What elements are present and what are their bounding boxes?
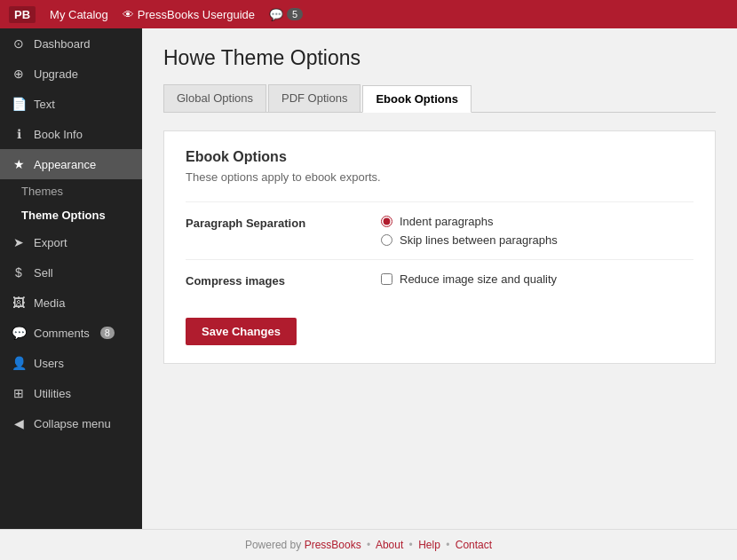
radio-indent-label: Indent paragraphs [400,215,494,228]
userguide-link[interactable]: 👁 PressBooks Userguide [123,8,255,21]
pressbooks-link[interactable]: PressBooks [305,539,361,551]
sidebar-item-appearance[interactable]: ★ Appearance [0,149,142,179]
comments-count-badge: 8 [100,327,115,339]
text-icon: 📄 [11,97,27,111]
collapse-icon: ◀ [11,416,27,430]
section-title: Ebook Options [186,149,693,165]
sidebar-item-export[interactable]: ➤ Export [0,227,142,257]
compress-images-row: Compress images Reduce image size and qu… [186,259,693,300]
radio-skip-label: Skip lines between paragraphs [400,233,558,247]
eye-icon: 👁 [123,8,134,21]
sidebar-item-sell[interactable]: $ Sell [0,257,142,288]
comments-badge: 5 [287,8,303,20]
footer-sep-3: • [446,539,449,551]
sidebar-item-users[interactable]: 👤 Users [0,348,142,378]
about-link[interactable]: About [376,539,403,551]
comments-icon: 💬 [11,326,27,340]
sidebar-item-text[interactable]: 📄 Text [0,89,142,119]
appearance-icon: ★ [11,157,27,171]
sidebar-item-collapse[interactable]: ◀ Collapse menu [0,408,142,438]
sidebar-item-media[interactable]: 🖼 Media [0,288,142,318]
contact-link[interactable]: Contact [456,539,492,551]
sidebar-sub-theme-options[interactable]: Theme Options [0,203,142,227]
users-icon: 👤 [11,356,27,370]
sidebar: ⊙ Dashboard ⊕ Upgrade 📄 Text ℹ Book Info… [0,28,142,529]
comments-link[interactable]: 💬 5 [269,8,303,21]
main-content: Howe Theme Options Global Options PDF Op… [142,28,737,529]
my-catalog-link[interactable]: My Catalog [50,8,108,21]
compress-images-checkbox-text: Reduce image size and quality [400,272,557,286]
tab-global-options[interactable]: Global Options [163,84,266,112]
footer-sep-1: • [367,539,370,551]
sidebar-item-book-info[interactable]: ℹ Book Info [0,119,142,149]
utilities-icon: ⊞ [11,386,27,400]
sidebar-item-utilities[interactable]: ⊞ Utilities [0,378,142,408]
page-title: Howe Theme Options [163,46,716,70]
powered-by-text: Powered by [245,539,301,551]
pb-logo[interactable]: PB [9,6,36,23]
export-icon: ➤ [11,235,27,249]
help-link[interactable]: Help [418,539,440,551]
tab-pdf-options[interactable]: PDF Options [268,84,361,112]
radio-indent-paragraphs[interactable]: Indent paragraphs [381,215,693,228]
save-changes-button[interactable]: Save Changes [186,318,297,345]
top-bar: PB My Catalog 👁 PressBooks Userguide 💬 5 [0,0,737,28]
compress-images-checkbox-label[interactable]: Reduce image size and quality [381,272,693,286]
sell-icon: $ [11,265,27,280]
paragraph-separation-row: Paragraph Separation Indent paragraphs S… [186,201,693,259]
footer-sep-2: • [409,539,413,551]
tab-bar: Global Options PDF Options Ebook Options [163,84,716,113]
radio-indent-input[interactable] [381,216,392,227]
sidebar-item-dashboard[interactable]: ⊙ Dashboard [0,28,142,59]
tab-ebook-options[interactable]: Ebook Options [362,85,471,113]
sidebar-sub-themes[interactable]: Themes [0,179,142,203]
dashboard-icon: ⊙ [11,36,27,51]
paragraph-separation-label: Paragraph Separation [186,215,381,230]
sidebar-item-upgrade[interactable]: ⊕ Upgrade [0,59,142,89]
sidebar-item-comments[interactable]: 💬 Comments 8 [0,318,142,348]
footer: Powered by PressBooks • About • Help • C… [0,529,737,560]
comment-icon: 💬 [269,8,283,21]
radio-skip-input[interactable] [381,234,392,246]
ebook-options-panel: Ebook Options These options apply to ebo… [163,130,716,364]
compress-images-control: Reduce image size and quality [381,272,693,286]
info-icon: ℹ [11,127,27,141]
radio-skip-lines[interactable]: Skip lines between paragraphs [381,233,693,247]
media-icon: 🖼 [11,296,27,310]
compress-images-checkbox[interactable] [381,273,392,285]
paragraph-separation-control: Indent paragraphs Skip lines between par… [381,215,693,247]
section-description: These options apply to ebook exports. [186,170,693,184]
compress-images-label: Compress images [186,272,381,288]
upgrade-icon: ⊕ [11,67,27,81]
